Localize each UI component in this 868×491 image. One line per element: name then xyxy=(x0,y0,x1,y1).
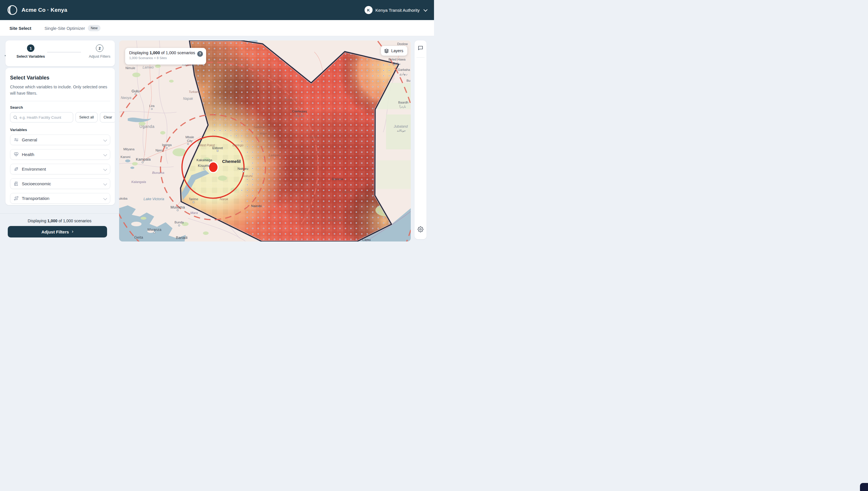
site-marker xyxy=(209,162,218,173)
right-toolbar xyxy=(414,40,427,239)
chevron-down-icon xyxy=(103,197,107,200)
gear-icon[interactable] xyxy=(418,226,424,232)
step-adjust-filters[interactable]: 2 Adjust Filters xyxy=(82,45,117,58)
panel-description: Choose which variables to include. Only … xyxy=(10,84,110,96)
building-icon xyxy=(14,181,19,186)
overlay-subtitle: 1,000 Scenarios × 8 Sites xyxy=(129,56,202,60)
chevron-right-icon: › xyxy=(72,229,74,234)
variable-category-health[interactable]: Health xyxy=(10,149,110,160)
brand-logo-icon xyxy=(7,5,18,15)
tab-site-select[interactable]: Site Select xyxy=(9,20,31,36)
chevron-down-icon xyxy=(424,8,427,12)
chevron-down-icon xyxy=(103,138,107,142)
select-all-button[interactable]: Select all xyxy=(76,112,98,122)
org-name: Kenya Transit Authority xyxy=(375,8,419,12)
search-input-wrap xyxy=(10,112,73,122)
panel-title: Select Variables xyxy=(10,75,110,81)
new-badge: New xyxy=(88,25,101,31)
variable-category-socioeconomic[interactable]: Socioeconomic xyxy=(10,178,110,189)
variable-category-transportation[interactable]: Transportation xyxy=(10,193,110,204)
map-canvas[interactable]: NimuleLamwoKaabongGuluNwoyaNapakLiraIgan… xyxy=(119,40,411,241)
help-icon[interactable]: ? xyxy=(197,51,203,57)
app-header: Acme Co · Kenya K Kenya Transit Authorit… xyxy=(0,0,434,20)
search-icon xyxy=(13,115,18,120)
layers-button[interactable]: Layers xyxy=(381,46,407,56)
org-switcher[interactable]: K Kenya Transit Authority xyxy=(364,0,427,20)
overlay-title: Displaying 1,000 of 1,000 scenarios xyxy=(129,51,202,55)
comment-icon[interactable] xyxy=(418,45,424,51)
scenario-status: Displaying 1,000 of 1,000 scenarios xyxy=(0,219,119,223)
step-select-variables[interactable]: 1 Select Variables xyxy=(13,45,48,58)
stepper-card: 1 Select Variables 2 Adjust Filters xyxy=(5,40,115,66)
chevron-down-icon xyxy=(103,167,107,171)
org-avatar: K xyxy=(364,6,373,14)
search-input[interactable] xyxy=(20,115,70,120)
heart-pulse-icon xyxy=(14,152,19,157)
tab-single-site-optimizer[interactable]: Single-Site Optimizer New xyxy=(45,20,101,36)
variables-label: Variables xyxy=(10,127,110,132)
sliders-icon xyxy=(14,137,19,142)
select-variables-panel: Select Variables Choose which variables … xyxy=(5,68,115,205)
divider xyxy=(10,101,110,101)
leaf-icon xyxy=(14,167,19,172)
tab-bar: Site Select Single-Site Optimizer New xyxy=(0,20,434,36)
search-label: Search xyxy=(10,105,110,110)
variable-category-general[interactable]: General xyxy=(10,135,110,145)
route-icon xyxy=(14,196,19,201)
layers-icon xyxy=(384,49,389,53)
chevron-down-icon xyxy=(103,152,107,156)
divider xyxy=(416,57,425,58)
divider xyxy=(0,213,119,214)
variable-category-environment[interactable]: Environment xyxy=(10,164,110,174)
adjust-filters-button[interactable]: Adjust Filters › xyxy=(8,226,107,237)
app-title: Acme Co · Kenya xyxy=(22,7,67,13)
scenario-overlay-card: Displaying 1,000 of 1,000 scenarios 1,00… xyxy=(125,48,206,64)
map-graphic xyxy=(119,40,411,241)
chevron-down-icon xyxy=(103,182,107,185)
clear-button[interactable]: Clear xyxy=(100,112,115,122)
step-connector xyxy=(47,52,81,53)
